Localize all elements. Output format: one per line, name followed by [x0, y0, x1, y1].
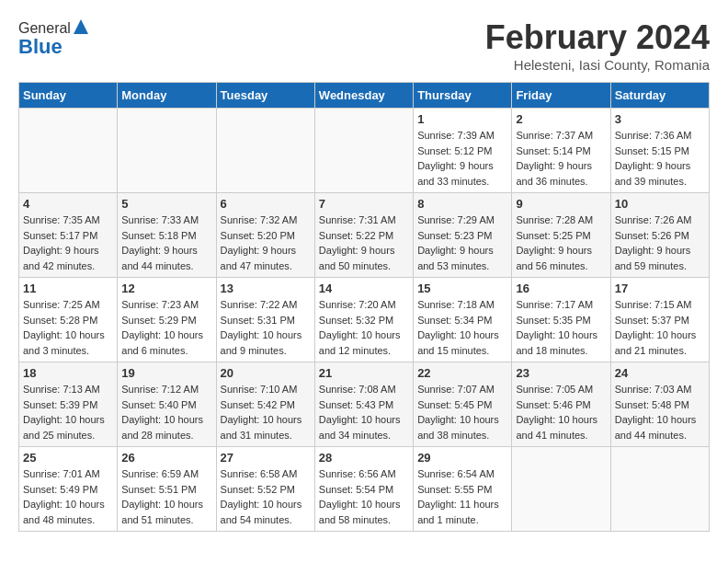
calendar-cell: 27Sunrise: 6:58 AMSunset: 5:52 PMDayligh… — [216, 447, 314, 532]
weekday-header-monday: Monday — [118, 83, 216, 109]
calendar-cell: 5Sunrise: 7:33 AMSunset: 5:18 PMDaylight… — [118, 193, 216, 278]
day-info: Sunrise: 7:29 AMSunset: 5:23 PMDaylight:… — [417, 213, 507, 273]
day-info: Sunrise: 7:12 AMSunset: 5:40 PMDaylight:… — [121, 382, 211, 442]
day-number: 21 — [319, 366, 409, 380]
day-info: Sunrise: 7:03 AMSunset: 5:48 PMDaylight:… — [615, 382, 705, 442]
calendar-cell: 7Sunrise: 7:31 AMSunset: 5:22 PMDaylight… — [314, 193, 413, 278]
calendar-cell: 13Sunrise: 7:22 AMSunset: 5:31 PMDayligh… — [216, 278, 314, 362]
day-info: Sunrise: 6:58 AMSunset: 5:52 PMDaylight:… — [221, 466, 311, 527]
day-number: 2 — [516, 112, 606, 126]
day-number: 19 — [121, 366, 211, 380]
day-number: 22 — [417, 366, 507, 380]
calendar-cell — [19, 109, 118, 193]
calendar-cell: 25Sunrise: 7:01 AMSunset: 5:49 PMDayligh… — [19, 447, 118, 532]
day-number: 26 — [121, 451, 211, 465]
day-info: Sunrise: 7:15 AMSunset: 5:37 PMDaylight:… — [615, 297, 705, 358]
day-number: 11 — [23, 282, 113, 295]
calendar-cell: 10Sunrise: 7:26 AMSunset: 5:26 PMDayligh… — [610, 193, 709, 278]
day-info: Sunrise: 7:25 AMSunset: 5:28 PMDaylight:… — [23, 297, 113, 358]
day-info: Sunrise: 7:39 AMSunset: 5:12 PMDaylight:… — [417, 128, 507, 189]
weekday-header-row: SundayMondayTuesdayWednesdayThursdayFrid… — [19, 83, 710, 109]
day-number: 24 — [615, 366, 705, 380]
day-number: 8 — [417, 197, 507, 211]
page-header: General Blue February 2024 Helesteni, Ia… — [18, 18, 710, 73]
calendar-cell: 19Sunrise: 7:12 AMSunset: 5:40 PMDayligh… — [118, 362, 216, 447]
day-info: Sunrise: 7:05 AMSunset: 5:46 PMDaylight:… — [516, 382, 606, 442]
location-subtitle: Helesteni, Iasi County, Romania — [485, 57, 710, 73]
calendar-cell: 24Sunrise: 7:03 AMSunset: 5:48 PMDayligh… — [610, 362, 709, 447]
day-info: Sunrise: 7:13 AMSunset: 5:39 PMDaylight:… — [23, 382, 113, 442]
calendar-cell: 9Sunrise: 7:28 AMSunset: 5:25 PMDaylight… — [512, 193, 610, 278]
calendar-table: SundayMondayTuesdayWednesdayThursdayFrid… — [18, 82, 710, 532]
day-number: 23 — [516, 366, 606, 380]
day-info: Sunrise: 7:28 AMSunset: 5:25 PMDaylight:… — [516, 213, 606, 273]
calendar-cell: 15Sunrise: 7:18 AMSunset: 5:34 PMDayligh… — [414, 278, 512, 362]
day-info: Sunrise: 7:22 AMSunset: 5:31 PMDaylight:… — [221, 297, 311, 358]
calendar-cell — [216, 109, 314, 193]
day-info: Sunrise: 7:33 AMSunset: 5:18 PMDaylight:… — [121, 213, 211, 273]
day-info: Sunrise: 7:20 AMSunset: 5:32 PMDaylight:… — [319, 297, 409, 358]
day-number: 27 — [221, 451, 311, 465]
calendar-cell: 16Sunrise: 7:17 AMSunset: 5:35 PMDayligh… — [512, 278, 610, 362]
day-number: 10 — [615, 197, 705, 211]
weekday-header-friday: Friday — [512, 83, 610, 109]
day-info: Sunrise: 7:37 AMSunset: 5:14 PMDaylight:… — [516, 128, 606, 189]
calendar-cell — [314, 109, 413, 193]
calendar-cell: 21Sunrise: 7:08 AMSunset: 5:43 PMDayligh… — [314, 362, 413, 447]
day-number: 4 — [23, 197, 113, 211]
calendar-cell: 4Sunrise: 7:35 AMSunset: 5:17 PMDaylight… — [19, 193, 118, 278]
calendar-week-row: 1Sunrise: 7:39 AMSunset: 5:12 PMDaylight… — [19, 109, 710, 193]
logo-icon — [73, 18, 89, 35]
calendar-week-row: 4Sunrise: 7:35 AMSunset: 5:17 PMDaylight… — [19, 193, 710, 278]
calendar-week-row: 11Sunrise: 7:25 AMSunset: 5:28 PMDayligh… — [19, 278, 710, 362]
calendar-cell: 17Sunrise: 7:15 AMSunset: 5:37 PMDayligh… — [610, 278, 709, 362]
day-number: 28 — [319, 451, 409, 465]
day-number: 3 — [615, 112, 705, 126]
title-block: February 2024 Helesteni, Iasi County, Ro… — [485, 18, 710, 73]
calendar-cell: 8Sunrise: 7:29 AMSunset: 5:23 PMDaylight… — [414, 193, 512, 278]
day-info: Sunrise: 7:36 AMSunset: 5:15 PMDaylight:… — [615, 128, 705, 189]
calendar-cell: 1Sunrise: 7:39 AMSunset: 5:12 PMDaylight… — [414, 109, 512, 193]
calendar-cell: 11Sunrise: 7:25 AMSunset: 5:28 PMDayligh… — [19, 278, 118, 362]
calendar-cell: 12Sunrise: 7:23 AMSunset: 5:29 PMDayligh… — [118, 278, 216, 362]
day-number: 5 — [121, 197, 211, 211]
day-info: Sunrise: 7:10 AMSunset: 5:42 PMDaylight:… — [221, 382, 311, 442]
day-info: Sunrise: 7:07 AMSunset: 5:45 PMDaylight:… — [417, 382, 507, 442]
day-info: Sunrise: 7:26 AMSunset: 5:26 PMDaylight:… — [615, 213, 705, 273]
day-number: 9 — [516, 197, 606, 211]
day-number: 7 — [319, 197, 409, 211]
day-number: 16 — [516, 282, 606, 295]
calendar-cell: 14Sunrise: 7:20 AMSunset: 5:32 PMDayligh… — [314, 278, 413, 362]
calendar-cell: 18Sunrise: 7:13 AMSunset: 5:39 PMDayligh… — [19, 362, 118, 447]
day-number: 13 — [221, 282, 311, 295]
calendar-cell: 2Sunrise: 7:37 AMSunset: 5:14 PMDaylight… — [512, 109, 610, 193]
day-info: Sunrise: 7:35 AMSunset: 5:17 PMDaylight:… — [23, 213, 113, 273]
day-number: 25 — [23, 451, 113, 465]
day-info: Sunrise: 7:32 AMSunset: 5:20 PMDaylight:… — [221, 213, 311, 273]
weekday-header-sunday: Sunday — [19, 83, 118, 109]
day-number: 15 — [417, 282, 507, 295]
weekday-header-tuesday: Tuesday — [216, 83, 314, 109]
day-info: Sunrise: 7:17 AMSunset: 5:35 PMDaylight:… — [516, 297, 606, 358]
logo: General Blue — [18, 18, 89, 59]
day-number: 17 — [615, 282, 705, 295]
calendar-cell: 23Sunrise: 7:05 AMSunset: 5:46 PMDayligh… — [512, 362, 610, 447]
month-year-title: February 2024 — [485, 18, 710, 57]
day-number: 29 — [417, 451, 507, 465]
day-info: Sunrise: 7:31 AMSunset: 5:22 PMDaylight:… — [319, 213, 409, 273]
day-number: 20 — [221, 366, 311, 380]
calendar-cell: 22Sunrise: 7:07 AMSunset: 5:45 PMDayligh… — [414, 362, 512, 447]
day-info: Sunrise: 6:56 AMSunset: 5:54 PMDaylight:… — [319, 466, 409, 527]
calendar-cell — [118, 109, 216, 193]
calendar-cell: 3Sunrise: 7:36 AMSunset: 5:15 PMDaylight… — [610, 109, 709, 193]
day-info: Sunrise: 7:01 AMSunset: 5:49 PMDaylight:… — [23, 466, 113, 527]
calendar-cell — [512, 447, 610, 532]
logo-blue-text: Blue — [18, 35, 63, 59]
calendar-cell: 26Sunrise: 6:59 AMSunset: 5:51 PMDayligh… — [118, 447, 216, 532]
day-number: 18 — [23, 366, 113, 380]
day-number: 14 — [319, 282, 409, 295]
day-info: Sunrise: 7:18 AMSunset: 5:34 PMDaylight:… — [417, 297, 507, 358]
calendar-cell: 6Sunrise: 7:32 AMSunset: 5:20 PMDaylight… — [216, 193, 314, 278]
day-number: 6 — [221, 197, 311, 211]
weekday-header-thursday: Thursday — [414, 83, 512, 109]
